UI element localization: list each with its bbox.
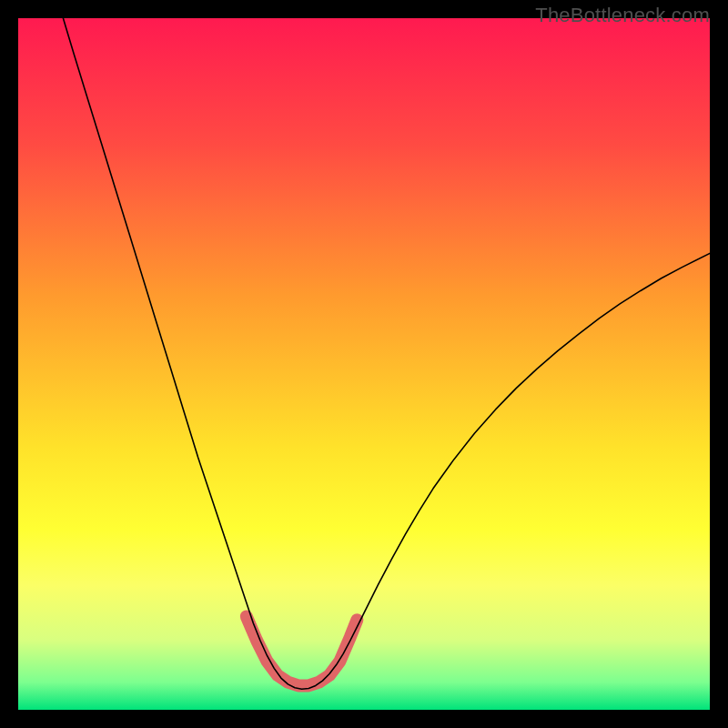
watermark-text: TheBottleneck.com bbox=[535, 4, 710, 27]
bottleneck-chart-svg bbox=[18, 18, 710, 710]
gradient-background bbox=[18, 18, 710, 710]
plot-area bbox=[18, 18, 710, 710]
chart-frame: TheBottleneck.com bbox=[0, 0, 728, 728]
